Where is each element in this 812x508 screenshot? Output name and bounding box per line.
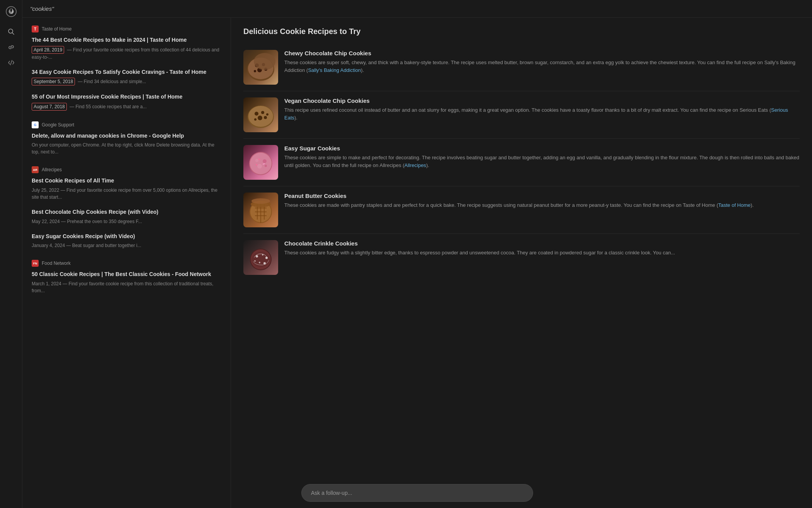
svg-point-10 <box>254 70 256 72</box>
recipe-image-chewy <box>243 50 278 85</box>
result-date: March 1, 2024 <box>32 281 61 286</box>
recipe-card-peanut: Peanut Butter Cookies These cookies are … <box>243 186 800 234</box>
right-panel: Delicious Cookie Recipes to Try <box>231 18 812 508</box>
favicon-food-network: FN <box>32 260 39 267</box>
recipe-name: Easy Sugar Cookies <box>284 145 800 152</box>
source-group-taste-of-home: T Taste of Home The 44 Best Cookie Recip… <box>32 26 221 111</box>
recipe-link-allrecipes[interactable]: Allrecipes <box>404 162 426 168</box>
code-icon[interactable] <box>5 56 17 69</box>
result-snippet: — Preheat the oven to 350 degrees F... <box>61 219 142 224</box>
panel-title: Delicious Cookie Recipes to Try <box>243 27 800 36</box>
main-container: "cookies" T Taste of Home The 44 Best Co… <box>22 0 812 508</box>
recipe-name: Peanut Butter Cookies <box>284 193 800 199</box>
result-item: 50 Classic Cookie Recipes | The Best Cla… <box>32 271 221 294</box>
result-date: May 22, 2024 <box>32 219 60 224</box>
svg-point-17 <box>264 116 267 119</box>
recipe-card-sugar: Easy Sugar Cookies These cookies are sim… <box>243 139 800 186</box>
result-title[interactable]: Best Cookie Recipes of All Time <box>32 177 221 185</box>
result-title[interactable]: The 44 Best Cookie Recipes to Make in 20… <box>32 36 221 44</box>
recipe-card-vegan: Vegan Chocolate Chip Cookies This recipe… <box>243 91 800 139</box>
app-logo[interactable] <box>4 5 18 19</box>
search-icon[interactable] <box>5 26 17 38</box>
recipe-image-vegan <box>243 97 278 132</box>
source-group-google: G Google Support Delete, allow and manag… <box>32 121 221 156</box>
result-snippet: On your computer, open Chrome. At the to… <box>32 142 214 155</box>
result-meta: On your computer, open Chrome. At the to… <box>32 141 221 155</box>
link-icon[interactable] <box>5 41 17 53</box>
result-meta: July 25, 2022 — Find your favorite cooki… <box>32 187 221 201</box>
result-title[interactable]: 50 Classic Cookie Recipes | The Best Cla… <box>32 271 221 278</box>
search-query: "cookies" <box>30 5 54 12</box>
favicon-allrecipes: AR <box>32 166 39 173</box>
svg-point-22 <box>255 159 258 162</box>
svg-point-38 <box>251 198 270 204</box>
result-date: July 25, 2022 <box>32 188 59 193</box>
result-item: Easy Sugar Cookies Recipe (with Video) J… <box>32 233 221 249</box>
svg-point-21 <box>250 153 272 174</box>
svg-point-11 <box>254 53 275 70</box>
source-header: AR Allrecipes <box>32 166 221 173</box>
result-item: Best Chocolate Chip Cookies Recipe (with… <box>32 208 221 225</box>
svg-point-42 <box>262 254 263 256</box>
recipe-link-sallys[interactable]: Sally's Baking Addiction <box>308 67 361 73</box>
result-title[interactable]: 34 Easy Cookie Recipes To Satisfy Cookie… <box>32 68 221 76</box>
result-title[interactable]: 55 of Our Most Impressive Cookie Recipes… <box>32 93 221 101</box>
svg-point-16 <box>258 116 262 120</box>
recipe-card-chewy: Chewy Chocolate Chip Cookies These cooki… <box>243 44 800 91</box>
recipe-desc: These cookies are made with pantry stapl… <box>284 201 800 209</box>
recipe-image-peanut <box>243 193 278 227</box>
left-panel: T Taste of Home The 44 Best Cookie Recip… <box>22 18 231 508</box>
source-group-allrecipes: AR Allrecipes Best Cookie Recipes of All… <box>32 166 221 249</box>
recipe-desc: These cookies are fudgy with a slightly … <box>284 249 800 257</box>
recipe-name: Chewy Chocolate Chip Cookies <box>284 50 800 56</box>
result-title[interactable]: Delete, allow and manage cookies in Chro… <box>32 132 221 140</box>
source-name: Allrecipes <box>42 167 62 172</box>
bottom-bar: Ask a follow-up... <box>22 484 812 502</box>
source-header: T Taste of Home <box>32 26 221 32</box>
recipe-info: Chocolate Crinkle Cookies These cookies … <box>284 240 800 275</box>
recipe-card-crinkle: Chocolate Crinkle Cookies These cookies … <box>243 234 800 281</box>
svg-point-24 <box>257 164 262 169</box>
result-title[interactable]: Best Chocolate Chip Cookies Recipe (with… <box>32 208 221 216</box>
recipe-name: Chocolate Crinkle Cookies <box>284 240 800 247</box>
recipe-link-taste-of-home[interactable]: Taste of Home <box>718 202 751 208</box>
source-header: G Google Support <box>32 121 221 128</box>
svg-point-46 <box>254 260 256 262</box>
favicon-taste-of-home: T <box>32 26 39 32</box>
result-meta: August 7, 2018 — Find 55 cookie recipes … <box>32 103 221 111</box>
source-name: Food Network <box>42 261 71 266</box>
result-date: January 4, 2024 <box>32 243 65 248</box>
svg-point-23 <box>263 159 267 163</box>
result-meta: May 22, 2024 — Preheat the oven to 350 d… <box>32 218 221 225</box>
result-snippet: — Find 34 delicious and simple... <box>78 79 146 84</box>
result-item: 34 Easy Cookie Recipes To Satisfy Cookie… <box>32 68 221 86</box>
sidebar <box>0 0 22 508</box>
source-name: Taste of Home <box>42 26 71 32</box>
svg-point-25 <box>265 165 267 167</box>
result-item: Best Cookie Recipes of All Time July 25,… <box>32 177 221 201</box>
svg-point-14 <box>255 112 258 116</box>
result-meta: April 28, 2019 — Find your favorite cook… <box>32 46 221 61</box>
source-header: FN Food Network <box>32 260 221 267</box>
result-snippet: — Beat sugar and butter together i... <box>66 243 141 248</box>
recipe-image-crinkle <box>243 240 278 275</box>
result-meta: September 5, 2018 — Find 34 delicious an… <box>32 78 221 85</box>
svg-line-3 <box>10 60 12 65</box>
recipe-info: Easy Sugar Cookies These cookies are sim… <box>284 145 800 180</box>
source-name: Google Support <box>42 122 74 128</box>
result-item: The 44 Best Cookie Recipes to Make in 20… <box>32 36 221 61</box>
favicon-google: G <box>32 121 39 128</box>
recipe-desc: These cookies are simple to make and per… <box>284 154 800 169</box>
result-date: September 5, 2018 <box>32 78 75 85</box>
recipe-desc: These cookies are super soft, chewy, and… <box>284 59 800 74</box>
source-group-food-network: FN Food Network 50 Classic Cookie Recipe… <box>32 260 221 294</box>
result-item: 55 of Our Most Impressive Cookie Recipes… <box>32 93 221 111</box>
followup-input[interactable]: Ask a follow-up... <box>301 484 533 502</box>
svg-point-19 <box>266 113 268 116</box>
svg-point-0 <box>6 7 16 17</box>
result-snippet: — Find 55 cookie recipes that are a... <box>70 104 146 109</box>
svg-point-44 <box>259 262 260 263</box>
result-meta: March 1, 2024 — Find your favorite cooki… <box>32 280 221 294</box>
recipe-info: Chewy Chocolate Chip Cookies These cooki… <box>284 50 800 85</box>
result-title[interactable]: Easy Sugar Cookies Recipe (with Video) <box>32 233 221 240</box>
